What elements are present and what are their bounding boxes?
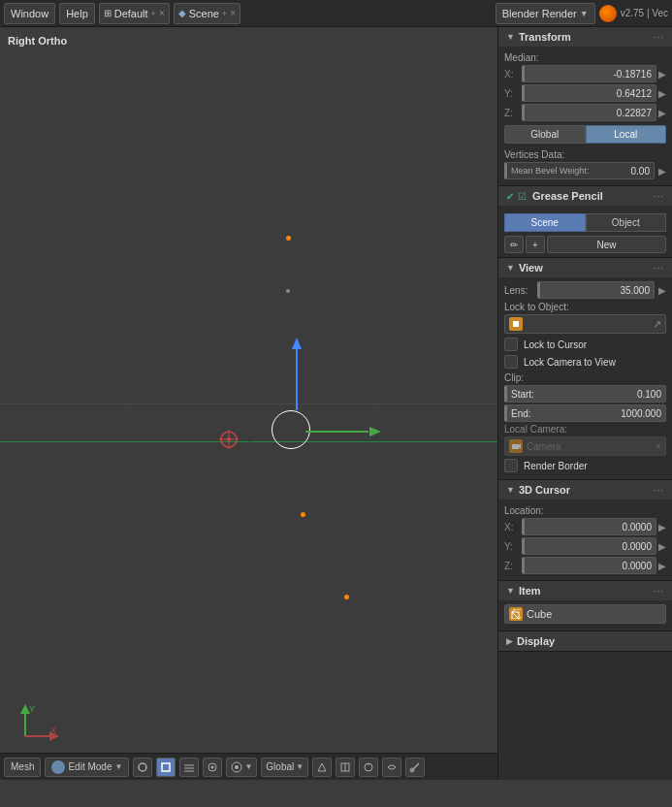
view-icon-1[interactable] [133,758,152,777]
display-title: Display [517,635,555,647]
view-title: View [519,262,543,274]
median-label: Median: [504,50,666,65]
cursor-z-row: Z: 0.0000 ▶ [504,557,666,574]
camera-placeholder: Camera [527,441,561,452]
item-content: Cube [498,600,672,630]
scene-name: Scene [189,8,219,19]
help-menu[interactable]: Help [59,3,95,24]
cursor-title: 3D Cursor [519,484,570,496]
blue-arrow [287,338,306,415]
transform-options-icon[interactable]: ··· [654,32,664,43]
svg-point-20 [211,765,214,768]
layout-plus[interactable]: + [151,9,156,18]
grease-pencil-header[interactable]: ✔ ☑ Grease Pencil ··· [498,186,672,206]
view-header[interactable]: ▼ View ··· [498,258,672,277]
svg-marker-3 [369,427,381,436]
viewport[interactable]: Right Ortho [0,27,497,780]
mesh-label: Mesh [11,761,34,772]
gp-options-icon[interactable]: ··· [654,191,664,202]
x-coord-label: X: [504,69,520,80]
transform-header[interactable]: ▼ Transform ··· [498,27,672,47]
mesh-button[interactable]: Mesh [4,758,41,777]
global-button[interactable]: Global [504,125,586,144]
view-icon-3[interactable] [179,758,199,777]
tool-icon-2[interactable] [336,758,355,777]
cursor-x-field[interactable]: 0.0000 [522,518,656,535]
view-options-icon[interactable]: ··· [654,263,664,274]
axis-indicator: Y X [8,702,61,746]
x-coord-row: X: -0.18716 ▶ [504,65,666,82]
circle-object[interactable] [272,410,310,449]
gp-add-icon[interactable]: + [526,236,545,253]
local-button[interactable]: Local [586,125,667,144]
layout-selector[interactable]: ⊞ Default + × [99,3,170,24]
lens-field[interactable]: 35.000 [537,281,655,299]
z-coord-row: Z: 0.22827 ▶ [504,104,666,121]
lens-value: 35.000 [620,285,650,296]
tool-icon-5[interactable] [405,758,425,777]
tool-icon-1[interactable] [312,758,332,777]
clip-end-field[interactable]: End: 1000.000 [504,404,666,422]
render-engine-selector[interactable]: Blender Render ▼ [496,3,595,24]
lock-to-cursor-checkbox[interactable] [504,338,518,351]
clip-end-value: 1000.000 [621,408,661,419]
cursor-options-icon[interactable]: ··· [654,485,664,496]
window-menu[interactable]: Window [4,3,55,24]
z-coord-field[interactable]: 0.22827 [522,104,656,121]
local-camera-field[interactable]: Camera × [504,436,666,456]
cursor-z-label: Z: [504,561,520,571]
tool-icon-3[interactable] [359,758,378,777]
cursor-z-field[interactable]: 0.0000 [522,557,656,574]
svg-point-14 [139,763,146,771]
vertices-label: Vertices Data: [504,147,666,162]
scene-x[interactable]: × [230,8,236,18]
viewport-label: Right Ortho [8,35,67,47]
lock-to-obj-field[interactable]: ↗ [504,314,666,334]
cursor-x-arrow: ▶ [658,522,666,533]
item-header[interactable]: ▼ Item ··· [498,581,672,600]
display-header[interactable]: ▶ Display [498,631,672,651]
layout-x[interactable]: × [159,8,165,18]
cursor-y-field[interactable]: 0.0000 [522,537,656,555]
svg-text:Y: Y [29,704,35,714]
cursor-x-row: X: 0.0000 ▶ [504,518,666,535]
svg-marker-31 [519,443,521,449]
snap-icon[interactable] [203,758,222,777]
render-border-checkbox[interactable] [504,459,518,472]
y-coord-row: Y: 0.64212 ▶ [504,84,666,102]
item-section: ▼ Item ··· Cube [498,581,672,631]
prop-dropdown: ▼ [244,762,252,771]
gp-object-tab[interactable]: Object [586,213,667,232]
view-icon-2[interactable] [156,758,176,777]
item-name-field[interactable]: Cube [504,604,666,624]
window-label: Window [11,8,48,19]
camera-clear-icon[interactable]: × [656,440,661,452]
cursor-3d-header[interactable]: ▼ 3D Cursor ··· [498,480,672,500]
main-area: Right Ortho [0,27,672,780]
item-options-icon[interactable]: ··· [654,586,664,597]
bevel-field[interactable]: Mean Bevel Weight: 0.00 [504,162,655,179]
cursor-y-label: Y: [504,541,520,552]
gp-scene-tab[interactable]: Scene [504,213,586,232]
transform-orientation-btn[interactable]: Global ▼ [261,758,308,777]
lock-camera-checkbox[interactable] [504,355,518,369]
viewport-toolbar: Mesh Edit Mode ▼ [0,753,497,780]
cursor-z-arrow: ▶ [658,561,666,571]
proportional-edit-btn[interactable]: ▼ [226,758,257,777]
gp-pencil-icon[interactable]: ✏ [504,236,524,253]
gp-tabs: Scene Object [504,213,666,232]
y-coord-label: Y: [504,88,520,99]
mode-dropdown-icon: ▼ [114,762,122,771]
lens-label: Lens: [504,285,533,296]
scene-selector[interactable]: ◆ Scene + × [174,3,240,24]
svg-point-22 [235,765,239,769]
clip-start-field[interactable]: Start: 0.100 [504,385,666,403]
gp-checkbox-icon: ✔ [506,191,514,202]
gp-content: Scene Object ✏ + New [498,206,672,257]
scene-plus[interactable]: + [222,9,227,18]
edit-mode-button[interactable]: Edit Mode ▼ [45,758,129,777]
x-coord-field[interactable]: -0.18716 [522,65,656,82]
y-coord-field[interactable]: 0.64212 [522,84,656,102]
gp-new-button[interactable]: New [547,236,666,253]
tool-icon-4[interactable] [382,758,401,777]
